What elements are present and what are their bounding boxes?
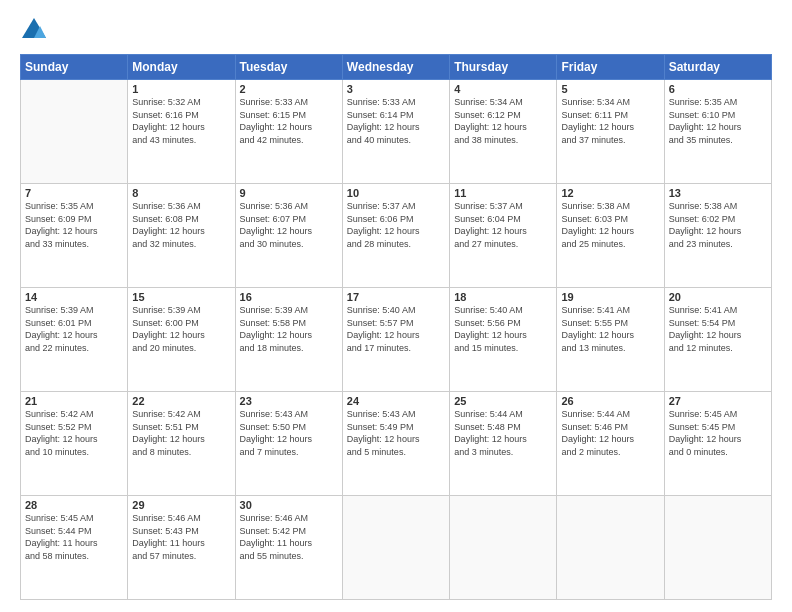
calendar-day-header: Friday	[557, 55, 664, 80]
day-info: Sunrise: 5:37 AM Sunset: 6:06 PM Dayligh…	[347, 200, 445, 250]
calendar-day-cell: 17Sunrise: 5:40 AM Sunset: 5:57 PM Dayli…	[342, 288, 449, 392]
day-info: Sunrise: 5:43 AM Sunset: 5:49 PM Dayligh…	[347, 408, 445, 458]
calendar-day-cell: 27Sunrise: 5:45 AM Sunset: 5:45 PM Dayli…	[664, 392, 771, 496]
day-info: Sunrise: 5:40 AM Sunset: 5:57 PM Dayligh…	[347, 304, 445, 354]
calendar-day-cell: 18Sunrise: 5:40 AM Sunset: 5:56 PM Dayli…	[450, 288, 557, 392]
calendar-day-cell	[450, 496, 557, 600]
calendar-day-cell: 16Sunrise: 5:39 AM Sunset: 5:58 PM Dayli…	[235, 288, 342, 392]
day-info: Sunrise: 5:39 AM Sunset: 6:01 PM Dayligh…	[25, 304, 123, 354]
calendar-day-cell: 4Sunrise: 5:34 AM Sunset: 6:12 PM Daylig…	[450, 80, 557, 184]
calendar-day-cell: 22Sunrise: 5:42 AM Sunset: 5:51 PM Dayli…	[128, 392, 235, 496]
page: SundayMondayTuesdayWednesdayThursdayFrid…	[0, 0, 792, 612]
logo	[20, 16, 52, 44]
day-info: Sunrise: 5:42 AM Sunset: 5:52 PM Dayligh…	[25, 408, 123, 458]
day-info: Sunrise: 5:39 AM Sunset: 6:00 PM Dayligh…	[132, 304, 230, 354]
day-info: Sunrise: 5:38 AM Sunset: 6:02 PM Dayligh…	[669, 200, 767, 250]
day-info: Sunrise: 5:46 AM Sunset: 5:42 PM Dayligh…	[240, 512, 338, 562]
calendar-day-cell	[342, 496, 449, 600]
day-number: 23	[240, 395, 338, 407]
day-info: Sunrise: 5:43 AM Sunset: 5:50 PM Dayligh…	[240, 408, 338, 458]
day-info: Sunrise: 5:34 AM Sunset: 6:12 PM Dayligh…	[454, 96, 552, 146]
day-number: 9	[240, 187, 338, 199]
calendar-day-cell: 19Sunrise: 5:41 AM Sunset: 5:55 PM Dayli…	[557, 288, 664, 392]
day-number: 1	[132, 83, 230, 95]
day-number: 3	[347, 83, 445, 95]
day-info: Sunrise: 5:40 AM Sunset: 5:56 PM Dayligh…	[454, 304, 552, 354]
day-number: 15	[132, 291, 230, 303]
calendar-week-row: 1Sunrise: 5:32 AM Sunset: 6:16 PM Daylig…	[21, 80, 772, 184]
day-info: Sunrise: 5:45 AM Sunset: 5:45 PM Dayligh…	[669, 408, 767, 458]
day-number: 20	[669, 291, 767, 303]
calendar-day-cell: 1Sunrise: 5:32 AM Sunset: 6:16 PM Daylig…	[128, 80, 235, 184]
calendar-day-cell: 14Sunrise: 5:39 AM Sunset: 6:01 PM Dayli…	[21, 288, 128, 392]
day-number: 26	[561, 395, 659, 407]
day-info: Sunrise: 5:35 AM Sunset: 6:10 PM Dayligh…	[669, 96, 767, 146]
day-number: 25	[454, 395, 552, 407]
calendar-day-cell: 24Sunrise: 5:43 AM Sunset: 5:49 PM Dayli…	[342, 392, 449, 496]
calendar-day-cell: 26Sunrise: 5:44 AM Sunset: 5:46 PM Dayli…	[557, 392, 664, 496]
day-number: 21	[25, 395, 123, 407]
calendar-day-cell	[664, 496, 771, 600]
day-info: Sunrise: 5:44 AM Sunset: 5:46 PM Dayligh…	[561, 408, 659, 458]
day-info: Sunrise: 5:41 AM Sunset: 5:54 PM Dayligh…	[669, 304, 767, 354]
day-number: 28	[25, 499, 123, 511]
day-number: 10	[347, 187, 445, 199]
calendar-day-header: Monday	[128, 55, 235, 80]
day-info: Sunrise: 5:34 AM Sunset: 6:11 PM Dayligh…	[561, 96, 659, 146]
calendar-day-cell: 15Sunrise: 5:39 AM Sunset: 6:00 PM Dayli…	[128, 288, 235, 392]
day-number: 30	[240, 499, 338, 511]
calendar-day-cell	[21, 80, 128, 184]
calendar-day-cell: 30Sunrise: 5:46 AM Sunset: 5:42 PM Dayli…	[235, 496, 342, 600]
calendar-day-cell: 12Sunrise: 5:38 AM Sunset: 6:03 PM Dayli…	[557, 184, 664, 288]
day-info: Sunrise: 5:36 AM Sunset: 6:07 PM Dayligh…	[240, 200, 338, 250]
calendar-day-header: Saturday	[664, 55, 771, 80]
calendar-table: SundayMondayTuesdayWednesdayThursdayFrid…	[20, 54, 772, 600]
day-info: Sunrise: 5:41 AM Sunset: 5:55 PM Dayligh…	[561, 304, 659, 354]
calendar-day-header: Tuesday	[235, 55, 342, 80]
calendar-day-cell: 28Sunrise: 5:45 AM Sunset: 5:44 PM Dayli…	[21, 496, 128, 600]
calendar-day-cell: 3Sunrise: 5:33 AM Sunset: 6:14 PM Daylig…	[342, 80, 449, 184]
day-info: Sunrise: 5:44 AM Sunset: 5:48 PM Dayligh…	[454, 408, 552, 458]
calendar-day-cell: 6Sunrise: 5:35 AM Sunset: 6:10 PM Daylig…	[664, 80, 771, 184]
header	[20, 16, 772, 44]
calendar-day-cell: 20Sunrise: 5:41 AM Sunset: 5:54 PM Dayli…	[664, 288, 771, 392]
day-info: Sunrise: 5:33 AM Sunset: 6:14 PM Dayligh…	[347, 96, 445, 146]
calendar-day-cell: 11Sunrise: 5:37 AM Sunset: 6:04 PM Dayli…	[450, 184, 557, 288]
day-number: 12	[561, 187, 659, 199]
day-number: 13	[669, 187, 767, 199]
day-number: 27	[669, 395, 767, 407]
calendar-day-header: Sunday	[21, 55, 128, 80]
calendar-day-header: Thursday	[450, 55, 557, 80]
calendar-day-cell: 13Sunrise: 5:38 AM Sunset: 6:02 PM Dayli…	[664, 184, 771, 288]
day-number: 22	[132, 395, 230, 407]
calendar-day-cell: 2Sunrise: 5:33 AM Sunset: 6:15 PM Daylig…	[235, 80, 342, 184]
calendar-week-row: 14Sunrise: 5:39 AM Sunset: 6:01 PM Dayli…	[21, 288, 772, 392]
calendar-header-row: SundayMondayTuesdayWednesdayThursdayFrid…	[21, 55, 772, 80]
day-info: Sunrise: 5:42 AM Sunset: 5:51 PM Dayligh…	[132, 408, 230, 458]
calendar-day-cell: 29Sunrise: 5:46 AM Sunset: 5:43 PM Dayli…	[128, 496, 235, 600]
day-number: 18	[454, 291, 552, 303]
day-number: 29	[132, 499, 230, 511]
calendar-day-cell: 21Sunrise: 5:42 AM Sunset: 5:52 PM Dayli…	[21, 392, 128, 496]
day-number: 8	[132, 187, 230, 199]
day-info: Sunrise: 5:36 AM Sunset: 6:08 PM Dayligh…	[132, 200, 230, 250]
day-info: Sunrise: 5:45 AM Sunset: 5:44 PM Dayligh…	[25, 512, 123, 562]
day-info: Sunrise: 5:33 AM Sunset: 6:15 PM Dayligh…	[240, 96, 338, 146]
calendar-day-cell: 9Sunrise: 5:36 AM Sunset: 6:07 PM Daylig…	[235, 184, 342, 288]
day-number: 7	[25, 187, 123, 199]
day-number: 14	[25, 291, 123, 303]
day-number: 6	[669, 83, 767, 95]
day-info: Sunrise: 5:35 AM Sunset: 6:09 PM Dayligh…	[25, 200, 123, 250]
calendar-week-row: 7Sunrise: 5:35 AM Sunset: 6:09 PM Daylig…	[21, 184, 772, 288]
calendar-day-cell: 25Sunrise: 5:44 AM Sunset: 5:48 PM Dayli…	[450, 392, 557, 496]
day-info: Sunrise: 5:46 AM Sunset: 5:43 PM Dayligh…	[132, 512, 230, 562]
day-number: 24	[347, 395, 445, 407]
calendar-week-row: 21Sunrise: 5:42 AM Sunset: 5:52 PM Dayli…	[21, 392, 772, 496]
calendar-day-header: Wednesday	[342, 55, 449, 80]
day-number: 2	[240, 83, 338, 95]
day-number: 17	[347, 291, 445, 303]
calendar-day-cell: 5Sunrise: 5:34 AM Sunset: 6:11 PM Daylig…	[557, 80, 664, 184]
day-number: 5	[561, 83, 659, 95]
day-info: Sunrise: 5:39 AM Sunset: 5:58 PM Dayligh…	[240, 304, 338, 354]
day-number: 11	[454, 187, 552, 199]
